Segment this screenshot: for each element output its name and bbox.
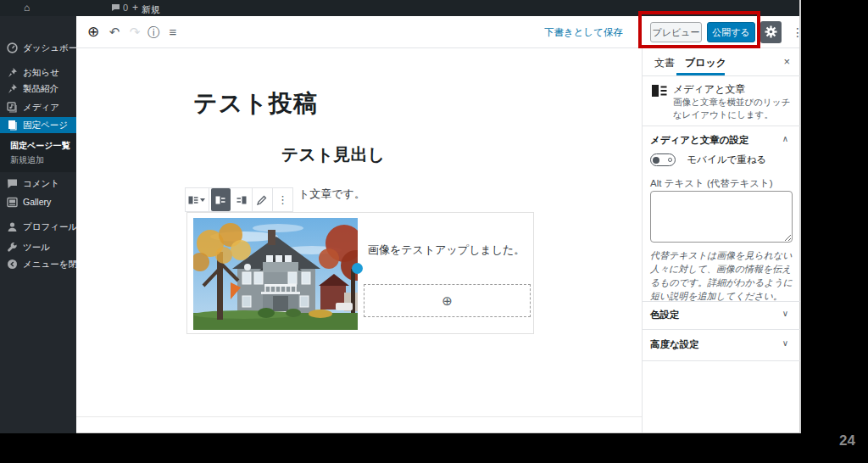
media-icon: [7, 102, 18, 113]
add-block-plus-icon: ⊕: [442, 293, 453, 309]
canvas-bottom-border: [76, 416, 642, 417]
chevron-down-icon: ∨: [782, 309, 788, 318]
chevron-up-icon: ∧: [782, 134, 788, 143]
admin-bar-new[interactable]: 新規: [142, 3, 160, 16]
change-block-type-button[interactable]: [186, 188, 209, 211]
publish-button[interactable]: 公開する: [707, 22, 755, 42]
submenu-page-list[interactable]: 固定ページ一覧: [10, 140, 70, 152]
undo-icon[interactable]: ↶: [105, 16, 124, 48]
sidebar-item-products[interactable]: 製品紹介: [0, 81, 76, 97]
info-icon[interactable]: ⓘ: [144, 16, 163, 48]
alt-text-input[interactable]: [650, 191, 793, 243]
panel-divider: [643, 329, 800, 330]
media-text-content[interactable]: 画像をテストアップしました。: [368, 243, 529, 258]
block-card: メディアと文章 画像と文章を横並びのリッチなレイアウトにします。: [643, 76, 800, 126]
dashboard-icon: [7, 42, 18, 53]
media-text-icon: [188, 195, 198, 205]
slide-page-number: 24: [839, 432, 855, 449]
add-block-icon[interactable]: ⊕: [83, 16, 103, 48]
editor-canvas[interactable]: テスト投稿 テスト見出し ト文章です。: [76, 48, 642, 432]
sidebar-item-tools[interactable]: ツール: [0, 239, 76, 255]
chevron-down-icon: ∨: [782, 338, 788, 348]
sidebar-item-comments[interactable]: コメント: [0, 176, 76, 192]
sidebar-tabs: 文書 ブロック ×: [643, 48, 800, 76]
comment-icon: [7, 178, 18, 189]
post-heading[interactable]: テスト見出し: [76, 143, 590, 166]
align-media-right-icon: [236, 195, 247, 205]
editor-header: ⊕ ↶ ↷ ⓘ ≡ 下書きとして保存 プレビュー 公開する ⋮: [76, 16, 799, 48]
gallery-icon: [7, 197, 18, 208]
block-appender[interactable]: ⊕: [364, 284, 531, 317]
sidebar-item-profile[interactable]: プロフィール: [0, 219, 76, 235]
media-left-button[interactable]: [211, 188, 231, 211]
wrench-icon: [7, 242, 18, 253]
more-tools-icon[interactable]: ⋮: [791, 20, 804, 45]
sidebar-item-dashboard[interactable]: ダッシュボード: [0, 40, 76, 56]
block-name: メディアと文章: [673, 82, 745, 97]
panel-divider: [643, 360, 800, 361]
user-icon: [7, 221, 18, 232]
media-right-button[interactable]: [232, 188, 252, 211]
admin-sidebar: ダッシュボード お知らせ 製品紹介 メディア: [0, 16, 76, 433]
settings-gear-button[interactable]: [760, 21, 782, 43]
chevron-down-icon: [200, 198, 205, 202]
post-title[interactable]: テスト投稿: [193, 87, 318, 120]
alt-text-help: 代替テキストは画像を見られない人々に対して、画像の情報を伝えるものです。詳細がわ…: [650, 249, 796, 304]
panel-divider: [643, 301, 800, 302]
preview-button[interactable]: プレビュー: [650, 22, 702, 42]
paragraph-text[interactable]: ト文章です。: [298, 187, 365, 202]
settings-sidebar: 文書 ブロック × メディアと文章 画像と文章を横並びのリッチなレイアウトにしま…: [642, 48, 799, 432]
sidebar-item-collapse-menu[interactable]: メニューを閉じる: [0, 256, 76, 272]
pin-icon: [7, 83, 18, 94]
tab-block[interactable]: ブロック: [685, 56, 726, 70]
admin-bar: ⌂ 0 + 新規: [0, 0, 799, 16]
pin-icon: [7, 67, 18, 78]
sidebar-item-gallery[interactable]: Gallery: [0, 194, 76, 210]
block-navigation-icon[interactable]: ≡: [164, 16, 182, 48]
site-home-icon[interactable]: ⌂: [24, 2, 30, 14]
pages-submenu: 固定ページ一覧 新規追加: [0, 133, 76, 172]
block-toolbar: ⋮: [185, 187, 293, 212]
comment-count: 0: [123, 3, 128, 13]
comments-bubble-icon[interactable]: [111, 3, 120, 12]
collapse-arrow-icon: [7, 259, 18, 270]
new-plus-icon[interactable]: +: [132, 2, 138, 14]
house-photo[interactable]: [193, 218, 358, 330]
edit-pencil-button[interactable]: [253, 188, 272, 211]
toggle-switch[interactable]: [650, 153, 676, 166]
pages-icon: [7, 120, 18, 131]
stack-on-mobile-toggle[interactable]: モバイルで重ねる: [650, 153, 766, 167]
gear-icon: [765, 25, 777, 38]
active-tab-underline: [676, 73, 725, 75]
align-media-left-icon: [215, 195, 225, 205]
sidebar-item-pages[interactable]: 固定ページ: [0, 117, 76, 133]
section-color-settings[interactable]: 色設定 ∨: [643, 309, 800, 327]
pencil-icon: [257, 195, 267, 205]
section-media-text-settings[interactable]: メディアと文章の設定 ∧: [643, 134, 800, 153]
media-text-block[interactable]: 画像をテストアップしました。 ⊕: [186, 212, 534, 334]
sidebar-item-news[interactable]: お知らせ: [0, 64, 76, 81]
wordpress-screenshot: ⌂ 0 + 新規 ダッシュボード お知らせ: [0, 0, 801, 433]
toggle-label: モバイルで重ねる: [687, 154, 766, 165]
save-draft-link[interactable]: 下書きとして保存: [544, 26, 623, 39]
sidebar-item-media[interactable]: メディア: [0, 99, 76, 115]
resize-handle[interactable]: [352, 263, 363, 274]
submenu-add-new[interactable]: 新規追加: [10, 154, 44, 166]
section-advanced-settings[interactable]: 高度な設定 ∨: [643, 338, 800, 357]
tab-document[interactable]: 文書: [654, 56, 675, 70]
alt-text-label: Alt テキスト (代替テキスト): [650, 177, 773, 190]
slide-frame: ⌂ 0 + 新規 ダッシュボード お知らせ: [0, 0, 868, 463]
redo-icon[interactable]: ↷: [125, 16, 144, 48]
block-description: 画像と文章を横並びのリッチなレイアウトにします。: [673, 96, 793, 121]
media-text-block-icon: [651, 84, 668, 98]
close-icon[interactable]: ×: [783, 55, 790, 68]
block-more-options-icon[interactable]: ⋮: [273, 188, 292, 211]
